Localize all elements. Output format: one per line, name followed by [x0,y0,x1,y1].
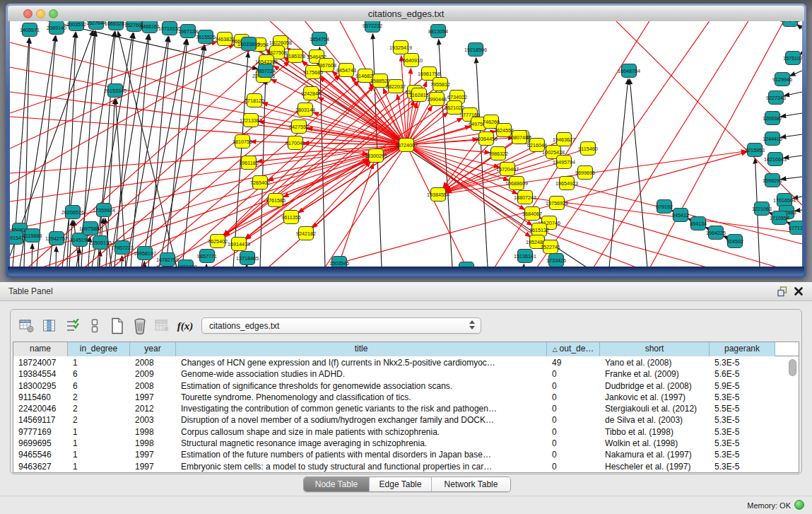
table-row[interactable]: 1938455462009Genome-wide association stu… [13,368,799,380]
table-row[interactable]: 911546021997Tourette syndrome. Phenomeno… [13,392,799,403]
network-node[interactable]: 20206576 [61,206,84,219]
network-node[interactable]: 1733426 [546,254,566,267]
network-node[interactable]: 1162815 [409,88,428,102]
network-node[interactable]: 9170041 [286,136,305,150]
network-node[interactable]: 2089140 [47,21,66,35]
window-titlebar[interactable]: citations_edges.txt [8,6,804,22]
table-row[interactable]: 1872400712008Changes of HCN gene express… [13,357,799,368]
network-node[interactable]: 1405571 [20,23,40,37]
network-node[interactable]: 9129946 [772,73,792,86]
network-node[interactable]: 19756928 [546,197,568,210]
network-node[interactable]: 19654923 [555,177,578,190]
network-edge[interactable] [630,79,647,267]
memory-status-icon[interactable] [794,500,804,510]
function-builder-icon[interactable]: f(x) [175,316,196,336]
network-node[interactable]: 391547 [10,231,24,245]
column-header-title[interactable]: title [176,342,547,356]
network-node[interactable]: 16210643 [764,153,787,166]
table-row[interactable]: 2242004622012Investigating the contribut… [13,403,799,414]
network-edge[interactable] [406,145,530,237]
network-node[interactable]: 19218596 [464,43,487,57]
network-node[interactable]: 7857224 [256,64,276,78]
network-node[interactable]: 1975412 [780,21,800,27]
network-node[interactable]: 16640910 [400,54,423,67]
network-edge[interactable] [182,45,205,267]
network-node[interactable]: 9175685 [303,66,323,79]
network-node[interactable]: 9857771 [197,250,217,263]
network-edge[interactable] [100,251,100,267]
network-edge[interactable] [10,42,217,113]
network-node[interactable]: 1964225 [706,226,726,240]
network-edge[interactable] [245,95,419,238]
tab-node-table[interactable]: Node Table [304,477,369,491]
tab-network-table[interactable]: Network Table [431,477,510,491]
network-edge[interactable] [781,113,802,117]
toggle-columns-icon[interactable] [39,316,60,336]
network-node[interactable]: 1615132 [529,223,549,237]
network-node[interactable]: 1990448 [427,93,447,106]
network-node[interactable]: 9699695 [575,166,595,180]
table-row[interactable]: 977716911998Corpus callosum shape and si… [13,426,799,438]
network-node[interactable]: 19325419 [389,41,412,54]
network-edge[interactable] [790,71,802,76]
network-node[interactable]: 8813054 [428,25,448,38]
column-header-short[interactable]: short [600,342,710,356]
network-node[interactable]: 20153346 [104,84,126,98]
network-edge[interactable] [797,25,802,28]
network-node[interactable]: 15720407 [496,163,519,176]
network-node[interactable]: 15136141 [514,250,536,263]
network-node[interactable]: 10688609 [505,177,528,190]
column-header-pagerank[interactable]: pagerank [710,342,775,356]
network-node[interactable]: 7625402 [208,235,228,248]
table-row[interactable]: 946554611997Estimation of the future num… [13,449,799,460]
network-node[interactable]: 3215953 [745,144,765,157]
network-edge[interactable] [69,221,72,267]
network-node[interactable]: 9115460 [578,142,597,156]
network-node[interactable]: 1575107 [783,52,802,65]
column-header-year[interactable]: year [130,342,176,356]
network-node[interactable]: 8186328 [286,49,305,63]
new-column-icon[interactable] [107,316,128,336]
network-node[interactable]: 1244415 [763,132,782,146]
table-scrollbar-thumb[interactable] [789,359,796,376]
network-node[interactable]: 2803144 [295,103,315,117]
network-edge[interactable] [56,247,57,267]
network-node[interactable]: 1527644 [86,21,106,30]
network-node[interactable]: 1761585 [266,194,286,207]
network-edge[interactable] [10,145,406,201]
network-edge[interactable] [406,145,466,267]
network-node[interactable]: 1810755 [233,135,252,148]
column-header-in_degree[interactable]: in_degree [68,342,130,356]
table-settings-icon[interactable] [16,316,37,336]
network-node[interactable]: 9242844 [301,87,321,100]
column-header-out_de[interactable]: △out_de… [547,342,600,356]
network-node[interactable]: 677134 [789,221,802,235]
network-node[interactable]: 8427552 [289,120,309,134]
tab-edge-table[interactable]: Edge Table [369,477,431,491]
network-edge[interactable] [594,21,749,267]
network-node[interactable]: 9611355 [281,211,300,224]
network-node[interactable]: 17359924 [93,204,115,217]
network-node[interactable]: 3684067 [522,207,542,221]
network-node[interactable]: 12942757 [45,232,68,245]
table-row[interactable]: 1456911722003Disruption of a novel membe… [13,414,799,426]
network-node[interactable]: 13718485 [236,252,259,265]
network-node[interactable]: 16914479 [228,238,250,251]
network-node[interactable]: 7615526 [196,30,216,44]
select-rows-icon[interactable] [61,316,83,336]
network-node[interactable]: 2718120 [245,94,264,107]
network-edge[interactable] [549,223,707,267]
network-node[interactable]: 18807243 [514,191,536,204]
network-node[interactable]: 9466161 [140,21,160,33]
close-panel-icon[interactable] [794,286,804,296]
network-edge[interactable] [781,177,802,180]
table-row[interactable]: 1830029562008Estimation of significance … [13,380,799,392]
delete-column-icon[interactable] [129,316,151,336]
network-node[interactable]: 1710554 [770,211,789,225]
network-node[interactable]: 9242182 [296,227,316,240]
network-node[interactable]: 1967138 [178,25,198,38]
table-selector-dropdown[interactable]: citations_edges.txt [201,317,481,334]
network-node[interactable]: 894134 [690,217,707,230]
table-row[interactable]: 946362711997Embryonic stem cells: a mode… [13,461,799,472]
network-node[interactable]: 679192 [656,200,673,214]
